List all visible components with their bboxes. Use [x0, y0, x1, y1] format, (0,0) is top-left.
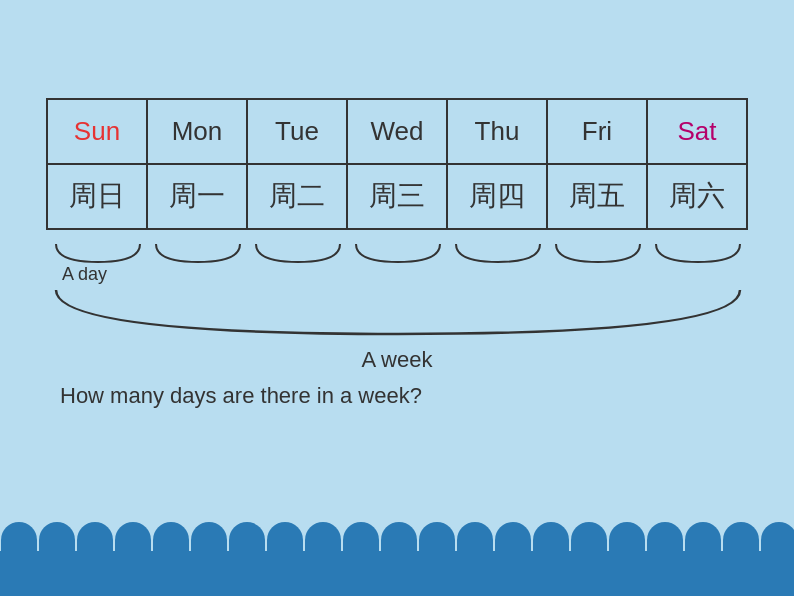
chinese-fri: 周五 [547, 164, 647, 229]
chinese-thu: 周四 [447, 164, 547, 229]
bottom-decoration [0, 506, 794, 596]
brace-mon [148, 240, 248, 268]
header-sat: Sat [647, 99, 747, 164]
braces-container: A day [48, 240, 752, 268]
a-day-label: A day [62, 264, 107, 285]
chinese-sun: 周日 [47, 164, 147, 229]
chinese-wed: 周三 [347, 164, 447, 229]
a-week-label: A week [45, 347, 749, 373]
week-brace-container [48, 286, 752, 345]
brace-wed [348, 240, 448, 268]
brace-fri [548, 240, 648, 268]
header-tue: Tue [247, 99, 347, 164]
header-thu: Thu [447, 99, 547, 164]
header-wed: Wed [347, 99, 447, 164]
chinese-tue: 周二 [247, 164, 347, 229]
chinese-sat: 周六 [647, 164, 747, 229]
calendar-table: Sun Mon Tue Wed Thu Fri Sat 周日 周一 周二 周三 … [46, 98, 748, 230]
header-sun: Sun [47, 99, 147, 164]
brace-sat [648, 240, 748, 268]
day-braces-row [48, 240, 752, 268]
chinese-row: 周日 周一 周二 周三 周四 周五 周六 [47, 164, 747, 229]
bottom-bg [0, 551, 794, 596]
brace-tue [248, 240, 348, 268]
week-brace-svg [48, 286, 748, 341]
header-fri: Fri [547, 99, 647, 164]
question-text: How many days are there in a week? [60, 383, 422, 409]
main-content: Sun Mon Tue Wed Thu Fri Sat 周日 周一 周二 周三 … [0, 0, 794, 506]
header-mon: Mon [147, 99, 247, 164]
brace-thu [448, 240, 548, 268]
calendar-table-wrapper: Sun Mon Tue Wed Thu Fri Sat 周日 周一 周二 周三 … [46, 98, 748, 230]
header-row: Sun Mon Tue Wed Thu Fri Sat [47, 99, 747, 164]
chinese-mon: 周一 [147, 164, 247, 229]
